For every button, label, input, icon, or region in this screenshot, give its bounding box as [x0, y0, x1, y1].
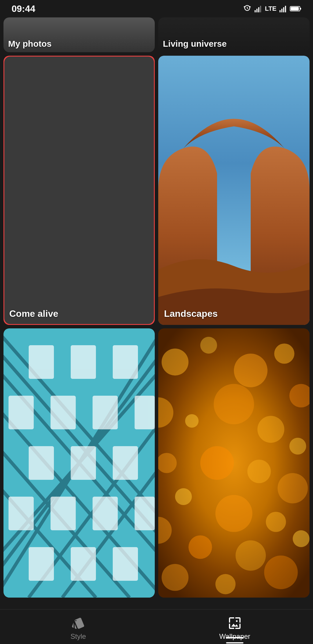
- svg-rect-37: [134, 497, 155, 530]
- svg-point-45: [274, 343, 294, 364]
- architecture-svg: [3, 328, 155, 598]
- svg-rect-6: [283, 7, 284, 12]
- bokeh-svg: [158, 328, 310, 598]
- come-alive-label: Come alive: [9, 308, 58, 319]
- svg-point-50: [257, 416, 284, 443]
- svg-point-56: [175, 488, 192, 505]
- style-icon-container: [71, 616, 85, 630]
- svg-point-51: [289, 438, 306, 455]
- svg-point-54: [247, 460, 271, 483]
- svg-rect-27: [8, 396, 34, 429]
- svg-rect-1: [256, 9, 258, 12]
- svg-rect-29: [92, 396, 118, 429]
- nav-wallpaper[interactable]: Wallpaper: [156, 613, 313, 641]
- category-come-alive[interactable]: Come alive: [3, 56, 155, 325]
- style-icon: [71, 616, 85, 630]
- svg-point-64: [215, 574, 236, 594]
- svg-rect-0: [255, 10, 256, 12]
- svg-rect-7: [285, 6, 286, 12]
- svg-point-43: [200, 337, 217, 354]
- main-grid: Come alive: [0, 56, 313, 601]
- living-universe-label: Living universe: [163, 39, 227, 49]
- svg-point-60: [188, 535, 212, 559]
- arch-svg: [158, 56, 310, 325]
- category-bokeh[interactable]: [158, 328, 310, 598]
- wallpaper-icon-container: [228, 616, 242, 630]
- status-icons: LTE: [243, 4, 301, 13]
- category-architecture[interactable]: [3, 328, 155, 598]
- alarm-icon: [243, 4, 252, 13]
- svg-rect-24: [29, 345, 54, 379]
- svg-point-48: [185, 414, 199, 428]
- svg-point-53: [200, 446, 234, 480]
- svg-rect-39: [71, 547, 96, 581]
- wallpaper-label: Wallpaper: [219, 632, 250, 641]
- content-area: My photos Living universe Come alive: [0, 17, 313, 609]
- svg-rect-10: [291, 7, 299, 10]
- svg-rect-30: [134, 396, 155, 429]
- category-landscapes[interactable]: Landscapes: [158, 56, 310, 325]
- svg-rect-31: [29, 446, 54, 480]
- signal-icon-2: [279, 4, 287, 13]
- top-row: My photos Living universe: [0, 17, 313, 52]
- svg-point-62: [293, 530, 310, 547]
- svg-rect-28: [50, 396, 76, 429]
- svg-point-57: [215, 495, 252, 532]
- my-photos-label: My photos: [8, 39, 52, 49]
- svg-rect-35: [50, 497, 76, 530]
- status-time: 09:44: [12, 3, 35, 14]
- nav-style[interactable]: Style: [0, 613, 156, 641]
- active-tab-indicator: [226, 637, 243, 638]
- lte-indicator: LTE: [265, 5, 276, 12]
- svg-rect-25: [71, 345, 96, 379]
- svg-rect-5: [281, 9, 283, 12]
- svg-rect-32: [71, 446, 96, 480]
- svg-point-63: [162, 564, 189, 591]
- svg-rect-4: [280, 10, 281, 12]
- wallpaper-icon: [228, 616, 242, 630]
- svg-point-55: [278, 473, 308, 503]
- svg-rect-26: [113, 345, 138, 379]
- status-bar: 09:44 LTE: [0, 0, 313, 17]
- svg-point-49: [214, 384, 254, 424]
- svg-rect-34: [8, 497, 34, 530]
- svg-point-44: [234, 354, 267, 387]
- landscapes-label: Landscapes: [164, 308, 218, 319]
- category-my-photos[interactable]: My photos: [3, 17, 155, 52]
- svg-rect-40: [113, 547, 138, 581]
- category-living-universe[interactable]: Living universe: [158, 17, 310, 52]
- svg-point-58: [266, 512, 286, 532]
- svg-rect-2: [258, 7, 259, 12]
- bottom-nav: Style Wallpaper: [0, 609, 313, 644]
- style-label: Style: [70, 632, 86, 641]
- battery-icon: [290, 5, 301, 12]
- svg-rect-9: [300, 8, 301, 10]
- svg-point-61: [236, 540, 266, 571]
- svg-point-42: [162, 349, 189, 376]
- signal-icon: [254, 4, 263, 13]
- svg-point-65: [264, 556, 298, 589]
- svg-rect-33: [113, 446, 138, 480]
- svg-rect-3: [260, 6, 261, 12]
- svg-rect-36: [92, 497, 118, 530]
- svg-rect-38: [29, 547, 54, 581]
